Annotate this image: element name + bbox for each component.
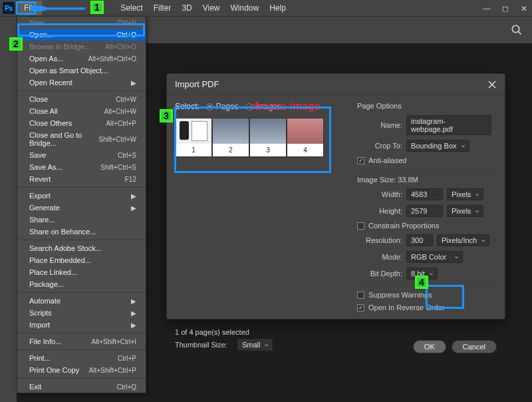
menu-item-save[interactable]: SaveCtrl+S <box>17 149 146 161</box>
mode-label: Mode: <box>357 253 402 261</box>
thumbnail-3[interactable]: 3 <box>249 118 287 157</box>
maximize-icon[interactable]: ◻ <box>500 3 511 14</box>
menu-item-browse-in-bridge[interactable]: Browse in Bridge...Alt+Ctrl+O <box>17 41 146 53</box>
menu-item-close[interactable]: CloseCtrl+W <box>17 93 146 105</box>
name-label: Name: <box>357 121 402 129</box>
menu-item-close-others[interactable]: Close OthersAlt+Ctrl+P <box>17 117 146 129</box>
crop-select[interactable]: Bounding Box <box>406 140 469 152</box>
thumb-size-label: Thumbnail Size: <box>175 341 227 349</box>
selection-status: 1 of 4 page(s) selected <box>175 328 273 336</box>
menu-item-close-and-go-to-bridge[interactable]: Close and Go to Bridge...Shift+Ctrl+W <box>17 129 146 149</box>
annotation-choose-image: choose image <box>249 100 321 112</box>
menu-item-place-embedded[interactable]: Place Embedded... <box>17 254 146 266</box>
radio-pages[interactable]: Pages <box>206 102 239 111</box>
menu-item-place-linked[interactable]: Place Linked... <box>17 266 146 278</box>
menu-3d[interactable]: 3D <box>176 1 197 15</box>
name-field[interactable]: instagram-webpage.pdf <box>406 115 491 135</box>
menu-item-new[interactable]: New...Ctrl+N <box>17 17 146 29</box>
bitdepth-label: Bit Depth: <box>357 270 402 278</box>
menu-item-save-as[interactable]: Save As...Shift+Ctrl+S <box>17 161 146 173</box>
menu-item-open-recent[interactable]: Open Recent▶ <box>17 77 146 89</box>
import-pdf-dialog: Import PDF Select: Pages Images choose i… <box>166 73 505 319</box>
select-label: Select: <box>175 102 200 111</box>
height-field[interactable]: 2579 <box>406 205 443 217</box>
dialog-close-icon[interactable] <box>487 80 497 89</box>
thumb-size-select[interactable]: Small <box>237 339 273 351</box>
reverse-checkbox[interactable]: Open In Reverse Order <box>357 303 444 311</box>
tools-panel[interactable] <box>0 43 17 402</box>
width-label: Width: <box>357 190 402 198</box>
menu-item-file-info[interactable]: File Info...Alt+Shift+Ctrl+I <box>17 335 146 347</box>
cancel-button[interactable]: Cancel <box>452 340 497 353</box>
callout-1: 1 <box>90 1 104 14</box>
thumbnail-2[interactable]: 2 <box>212 118 249 157</box>
callout-4: 4 <box>415 276 428 289</box>
menu-item-print[interactable]: Print...Ctrl+P <box>17 352 146 364</box>
svg-point-0 <box>512 25 519 33</box>
mode-select[interactable]: RGB Color <box>406 251 463 263</box>
dialog-titlebar: Import PDF <box>167 74 505 95</box>
menu-item-open[interactable]: Open...Ctrl+O <box>17 29 146 41</box>
menu-item-share[interactable]: Share... <box>17 214 146 226</box>
dialog-title: Import PDF <box>175 79 219 89</box>
resolution-field[interactable]: 300 <box>406 234 433 246</box>
menu-item-share-on-behance[interactable]: Share on Behance... <box>17 226 146 238</box>
height-label: Height: <box>357 207 402 215</box>
menu-item-automate[interactable]: Automate▶ <box>17 295 146 307</box>
resolution-unit-select[interactable]: Pixels/Inch <box>437 234 489 246</box>
minimize-icon[interactable]: — <box>481 3 492 14</box>
menu-item-exit[interactable]: ExitCtrl+Q <box>17 381 146 393</box>
annotation-arrow <box>29 6 97 11</box>
image-size-label: Image Size: 33.8M <box>357 176 497 184</box>
menu-window[interactable]: Window <box>225 1 265 15</box>
menu-select[interactable]: Select <box>115 1 148 15</box>
menu-item-print-one-copy[interactable]: Print One CopyAlt+Shift+Ctrl+P <box>17 364 146 376</box>
menu-item-scripts[interactable]: Scripts▶ <box>17 307 146 319</box>
file-menu: New...Ctrl+NOpen...Ctrl+OBrowse in Bridg… <box>17 16 146 393</box>
menu-item-export[interactable]: Export▶ <box>17 190 146 202</box>
menu-item-open-as-smart-object[interactable]: Open as Smart Object... <box>17 65 146 77</box>
photoshop-icon: Ps <box>3 2 15 14</box>
thumbnail-list: 1 2 3 4 <box>175 118 350 157</box>
thumbnail-1[interactable]: 1 <box>175 118 212 157</box>
menu-item-generate[interactable]: Generate▶ <box>17 202 146 214</box>
resolution-label: Resolution: <box>357 236 402 244</box>
width-unit-select[interactable]: Pixels <box>447 188 483 200</box>
search-icon[interactable] <box>511 24 523 36</box>
callout-3: 3 <box>160 109 173 122</box>
menu-item-revert[interactable]: RevertF12 <box>17 173 146 185</box>
menu-view[interactable]: View <box>198 1 225 15</box>
menu-item-close-all[interactable]: Close AllAlt+Ctrl+W <box>17 105 146 117</box>
constrain-checkbox[interactable]: Constrain Proportions <box>357 222 439 230</box>
close-icon[interactable]: ✕ <box>519 3 529 14</box>
page-options-label: Page Options <box>357 102 497 110</box>
menu-filter[interactable]: Filter <box>148 1 177 15</box>
suppress-checkbox[interactable]: Suppress Warnings <box>357 291 432 299</box>
window-controls: — ◻ ✕ <box>481 0 529 17</box>
callout-2: 2 <box>9 37 23 51</box>
height-unit-select[interactable]: Pixels <box>447 205 483 217</box>
menu-item-open-as[interactable]: Open As...Alt+Shift+Ctrl+O <box>17 53 146 65</box>
menu-item-import[interactable]: Import▶ <box>17 319 146 331</box>
svg-line-1 <box>518 31 521 35</box>
menu-help[interactable]: Help <box>264 1 291 15</box>
thumbnail-4[interactable]: 4 <box>287 118 324 157</box>
menu-item-package[interactable]: Package... <box>17 278 146 290</box>
menu-item-search-adobe-stock[interactable]: Search Adobe Stock... <box>17 242 146 254</box>
ok-button[interactable]: OK <box>413 340 446 353</box>
width-field[interactable]: 4583 <box>406 188 443 200</box>
crop-label: Crop To: <box>357 142 402 150</box>
antialias-checkbox[interactable]: Anti-aliased <box>357 156 406 164</box>
